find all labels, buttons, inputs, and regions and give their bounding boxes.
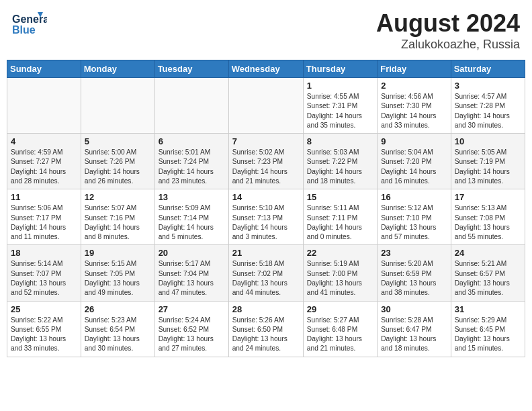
day-info: Sunrise: 5:20 AMSunset: 6:59 PMDaylight:…	[381, 259, 447, 298]
day-number: 21	[232, 248, 300, 258]
day-number: 8	[307, 136, 373, 146]
day-number: 31	[455, 304, 521, 314]
table-row: 18Sunrise: 5:14 AMSunset: 7:07 PMDayligh…	[7, 245, 81, 301]
table-row: 21Sunrise: 5:18 AMSunset: 7:02 PMDayligh…	[228, 245, 303, 301]
svg-text:General: General	[12, 13, 47, 25]
day-number: 4	[11, 136, 77, 146]
calendar-week-row: 4Sunrise: 4:59 AMSunset: 7:27 PMDaylight…	[7, 134, 525, 189]
day-number: 15	[307, 192, 373, 202]
day-number: 16	[381, 192, 447, 202]
table-row	[154, 78, 228, 134]
day-number: 11	[11, 192, 77, 202]
day-number: 1	[307, 81, 373, 91]
day-info: Sunrise: 5:19 AMSunset: 7:00 PMDaylight:…	[307, 259, 373, 298]
header-thursday: Thursday	[303, 60, 377, 78]
table-row: 19Sunrise: 5:15 AMSunset: 7:05 PMDayligh…	[81, 245, 154, 301]
day-info: Sunrise: 5:10 AMSunset: 7:13 PMDaylight:…	[232, 203, 300, 242]
table-row: 2Sunrise: 4:56 AMSunset: 7:30 PMDaylight…	[378, 78, 451, 134]
day-number: 25	[11, 304, 77, 314]
svg-text:Blue: Blue	[12, 24, 36, 36]
table-row: 11Sunrise: 5:06 AMSunset: 7:17 PMDayligh…	[7, 189, 81, 245]
table-row: 20Sunrise: 5:17 AMSunset: 7:04 PMDayligh…	[154, 245, 228, 301]
day-info: Sunrise: 5:17 AMSunset: 7:04 PMDaylight:…	[159, 259, 225, 298]
day-number: 18	[11, 248, 77, 258]
header-wednesday: Wednesday	[228, 60, 303, 78]
day-info: Sunrise: 5:24 AMSunset: 6:52 PMDaylight:…	[159, 316, 225, 354]
day-info: Sunrise: 4:55 AMSunset: 7:31 PMDaylight:…	[307, 92, 373, 130]
table-row: 8Sunrise: 5:03 AMSunset: 7:22 PMDaylight…	[303, 134, 377, 189]
day-number: 2	[381, 81, 447, 91]
day-info: Sunrise: 5:03 AMSunset: 7:22 PMDaylight:…	[307, 148, 373, 186]
table-row	[7, 78, 81, 134]
table-row: 28Sunrise: 5:26 AMSunset: 6:50 PMDayligh…	[228, 301, 303, 357]
table-row: 27Sunrise: 5:24 AMSunset: 6:52 PMDayligh…	[154, 301, 228, 357]
table-row: 9Sunrise: 5:04 AMSunset: 7:20 PMDaylight…	[378, 134, 451, 189]
table-row: 3Sunrise: 4:57 AMSunset: 7:28 PMDaylight…	[451, 78, 525, 134]
table-row: 6Sunrise: 5:01 AMSunset: 7:24 PMDaylight…	[154, 134, 228, 189]
table-row: 1Sunrise: 4:55 AMSunset: 7:31 PMDaylight…	[303, 78, 377, 134]
calendar-header-row: Sunday Monday Tuesday Wednesday Thursday…	[7, 60, 525, 78]
logo: General Blue	[12, 9, 47, 39]
day-number: 20	[159, 248, 225, 258]
day-info: Sunrise: 4:59 AMSunset: 7:27 PMDaylight:…	[11, 148, 77, 186]
day-info: Sunrise: 4:57 AMSunset: 7:28 PMDaylight:…	[455, 92, 521, 130]
page-header: General Blue August 2024 Zalukokoazhe, R…	[7, 7, 525, 54]
day-number: 27	[159, 304, 225, 314]
day-info: Sunrise: 5:18 AMSunset: 7:02 PMDaylight:…	[232, 259, 300, 298]
calendar-week-row: 18Sunrise: 5:14 AMSunset: 7:07 PMDayligh…	[7, 245, 525, 301]
day-number: 26	[85, 304, 151, 314]
table-row: 31Sunrise: 5:29 AMSunset: 6:45 PMDayligh…	[451, 301, 525, 357]
day-info: Sunrise: 5:00 AMSunset: 7:26 PMDaylight:…	[85, 148, 151, 186]
day-number: 29	[307, 304, 373, 314]
day-number: 22	[307, 248, 373, 258]
day-info: Sunrise: 5:06 AMSunset: 7:17 PMDaylight:…	[11, 203, 77, 242]
day-info: Sunrise: 5:15 AMSunset: 7:05 PMDaylight:…	[85, 259, 151, 298]
header-friday: Friday	[378, 60, 451, 78]
table-row: 26Sunrise: 5:23 AMSunset: 6:54 PMDayligh…	[81, 301, 154, 357]
day-number: 5	[85, 136, 151, 146]
day-info: Sunrise: 4:56 AMSunset: 7:30 PMDaylight:…	[381, 92, 447, 130]
table-row	[228, 78, 303, 134]
day-info: Sunrise: 5:22 AMSunset: 6:55 PMDaylight:…	[11, 316, 77, 354]
day-info: Sunrise: 5:09 AMSunset: 7:14 PMDaylight:…	[159, 203, 225, 242]
day-info: Sunrise: 5:01 AMSunset: 7:24 PMDaylight:…	[159, 148, 225, 186]
day-number: 9	[381, 136, 447, 146]
day-number: 23	[381, 248, 447, 258]
day-info: Sunrise: 5:04 AMSunset: 7:20 PMDaylight:…	[381, 148, 447, 186]
table-row: 7Sunrise: 5:02 AMSunset: 7:23 PMDaylight…	[228, 134, 303, 189]
table-row: 16Sunrise: 5:12 AMSunset: 7:10 PMDayligh…	[378, 189, 451, 245]
table-row: 17Sunrise: 5:13 AMSunset: 7:08 PMDayligh…	[451, 189, 525, 245]
day-info: Sunrise: 5:26 AMSunset: 6:50 PMDaylight:…	[232, 316, 300, 354]
day-number: 3	[455, 81, 521, 91]
calendar-title: August 2024	[376, 9, 520, 38]
logo-icon: General Blue	[12, 9, 47, 39]
day-info: Sunrise: 5:28 AMSunset: 6:47 PMDaylight:…	[381, 316, 447, 354]
day-number: 14	[232, 192, 300, 202]
day-info: Sunrise: 5:27 AMSunset: 6:48 PMDaylight:…	[307, 316, 373, 354]
table-row: 22Sunrise: 5:19 AMSunset: 7:00 PMDayligh…	[303, 245, 377, 301]
header-tuesday: Tuesday	[154, 60, 228, 78]
calendar-title-block: August 2024 Zalukokoazhe, Russia	[376, 9, 520, 52]
day-info: Sunrise: 5:02 AMSunset: 7:23 PMDaylight:…	[232, 148, 300, 186]
calendar-week-row: 25Sunrise: 5:22 AMSunset: 6:55 PMDayligh…	[7, 301, 525, 357]
calendar-week-row: 11Sunrise: 5:06 AMSunset: 7:17 PMDayligh…	[7, 189, 525, 245]
day-number: 19	[85, 248, 151, 258]
calendar-table: Sunday Monday Tuesday Wednesday Thursday…	[7, 60, 525, 357]
day-number: 24	[455, 248, 521, 258]
day-number: 6	[159, 136, 225, 146]
day-number: 28	[232, 304, 300, 314]
table-row: 15Sunrise: 5:11 AMSunset: 7:11 PMDayligh…	[303, 189, 377, 245]
day-info: Sunrise: 5:12 AMSunset: 7:10 PMDaylight:…	[381, 203, 447, 242]
table-row: 13Sunrise: 5:09 AMSunset: 7:14 PMDayligh…	[154, 189, 228, 245]
table-row	[81, 78, 154, 134]
table-row: 23Sunrise: 5:20 AMSunset: 6:59 PMDayligh…	[378, 245, 451, 301]
table-row: 10Sunrise: 5:05 AMSunset: 7:19 PMDayligh…	[451, 134, 525, 189]
day-info: Sunrise: 5:23 AMSunset: 6:54 PMDaylight:…	[85, 316, 151, 354]
table-row: 29Sunrise: 5:27 AMSunset: 6:48 PMDayligh…	[303, 301, 377, 357]
header-sunday: Sunday	[7, 60, 81, 78]
day-info: Sunrise: 5:05 AMSunset: 7:19 PMDaylight:…	[455, 148, 521, 186]
header-saturday: Saturday	[451, 60, 525, 78]
day-number: 12	[85, 192, 151, 202]
table-row: 4Sunrise: 4:59 AMSunset: 7:27 PMDaylight…	[7, 134, 81, 189]
table-row: 30Sunrise: 5:28 AMSunset: 6:47 PMDayligh…	[378, 301, 451, 357]
